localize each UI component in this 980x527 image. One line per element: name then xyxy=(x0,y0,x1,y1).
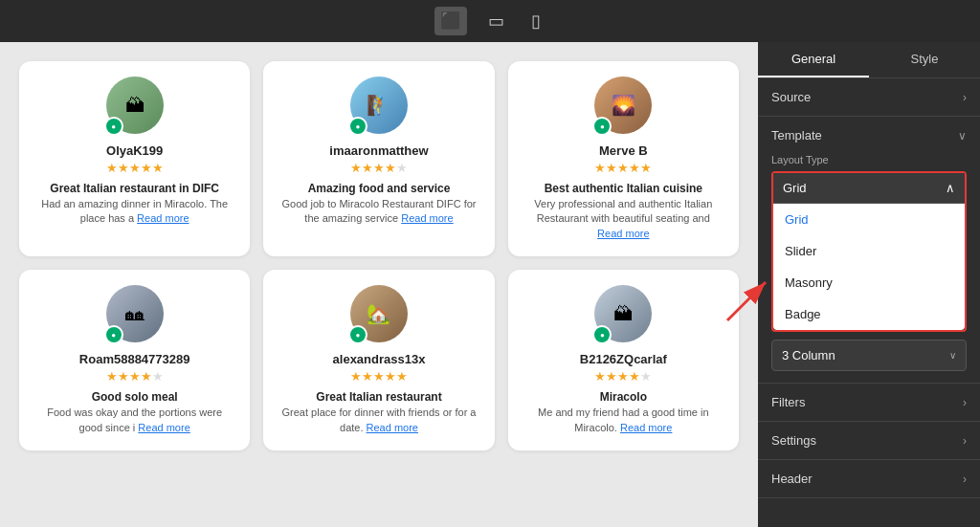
review-title: Great Italian restaurant xyxy=(316,390,441,404)
tripadvisor-badge: ● xyxy=(348,117,368,136)
filters-section: Filters › xyxy=(758,384,980,422)
tab-style[interactable]: Style xyxy=(869,42,980,77)
review-title: Great Italian restaurant in DIFC xyxy=(50,182,219,195)
star-filled-icon: ★ xyxy=(362,161,373,175)
star-filled-icon: ★ xyxy=(373,369,385,384)
read-more-link[interactable]: Read more xyxy=(597,228,649,239)
star-filled-icon: ★ xyxy=(129,369,141,384)
review-text: Had an amazing dinner in Miracolo. The p… xyxy=(34,197,234,227)
review-text: Great place for dinner with friends or f… xyxy=(278,406,479,435)
reviewer-name: imaaronmatthew xyxy=(329,143,428,158)
star-filled-icon: ★ xyxy=(629,161,640,175)
layout-type-label: Layout Type xyxy=(771,154,967,165)
template-label: Template xyxy=(771,128,822,143)
star-filled-icon: ★ xyxy=(594,161,606,175)
read-more-link[interactable]: Read more xyxy=(401,212,453,224)
column-selected-label: 3 Column xyxy=(782,348,835,362)
review-text: Me and my friend had a good time in Mira… xyxy=(523,406,724,435)
sidebar-tabs: General Style xyxy=(758,42,980,78)
canvas: 🏔 ● OlyaK199 ★★★★★ Great Italian restaur… xyxy=(0,42,758,527)
reviewer-name: B2126ZQcarlaf xyxy=(580,352,667,366)
settings-header[interactable]: Settings › xyxy=(758,422,980,459)
star-filled-icon: ★ xyxy=(617,161,629,175)
review-card: 🏔 ● B2126ZQcarlaf ★★★★★ Miracolo Me and … xyxy=(508,270,739,450)
template-body: Layout Type Grid ∧ Grid Slider Masonry B… xyxy=(758,154,980,383)
source-label: Source xyxy=(771,90,811,104)
filters-header[interactable]: Filters › xyxy=(758,384,980,421)
star-rating: ★★★★★ xyxy=(594,369,652,384)
review-card: 🏔 ● OlyaK199 ★★★★★ Great Italian restaur… xyxy=(19,61,250,256)
header-chevron-icon: › xyxy=(963,472,967,486)
settings-chevron-icon: › xyxy=(963,434,967,448)
reviewer-name: OlyaK199 xyxy=(106,143,163,158)
star-filled-icon: ★ xyxy=(350,161,362,175)
star-filled-icon: ★ xyxy=(141,161,152,175)
star-rating: ★★★★★ xyxy=(594,161,652,175)
avatar-wrap: 🏔 ● xyxy=(594,285,652,342)
star-filled-icon: ★ xyxy=(350,369,362,384)
top-bar: ⬛ ▭ ▯ xyxy=(0,0,980,42)
source-section: Source › xyxy=(758,78,980,117)
avatar-wrap: 🏡 ● xyxy=(350,285,408,342)
star-filled-icon: ★ xyxy=(118,161,129,175)
star-filled-icon: ★ xyxy=(594,369,606,384)
star-rating: ★★★★★ xyxy=(106,161,164,175)
desktop-icon[interactable]: ⬛ xyxy=(434,7,467,35)
star-half-icon: ★ xyxy=(629,369,640,384)
source-header[interactable]: Source › xyxy=(758,78,980,116)
option-slider[interactable]: Slider xyxy=(773,235,965,267)
option-badge[interactable]: Badge xyxy=(773,298,965,330)
option-grid[interactable]: Grid xyxy=(773,204,965,235)
review-title: Best authentic Italian cuisine xyxy=(545,182,702,195)
review-card: 🧗 ● imaaronmatthew ★★★★★ Amazing food an… xyxy=(263,61,494,256)
reviewer-name: Merve B xyxy=(599,143,648,158)
star-filled-icon: ★ xyxy=(396,369,408,384)
filters-chevron-icon: › xyxy=(963,396,967,409)
template-header[interactable]: Template ∨ xyxy=(758,117,980,154)
star-filled-icon: ★ xyxy=(118,369,129,384)
star-filled-icon: ★ xyxy=(373,161,385,175)
star-filled-icon: ★ xyxy=(606,369,617,384)
column-dropdown[interactable]: 3 Column ∨ xyxy=(771,340,967,371)
column-chevron-icon: ∨ xyxy=(949,350,956,361)
star-filled-icon: ★ xyxy=(617,369,629,384)
read-more-link[interactable]: Read more xyxy=(367,422,418,433)
read-more-link[interactable]: Read more xyxy=(138,422,189,433)
star-filled-icon: ★ xyxy=(385,161,396,175)
star-rating: ★★★★★ xyxy=(350,161,408,175)
star-filled-icon: ★ xyxy=(606,161,617,175)
avatar-wrap: 🏘 ● xyxy=(106,285,164,342)
dropdown-options-list: Grid Slider Masonry Badge xyxy=(773,204,965,330)
review-text: Food was okay and the portions were good… xyxy=(34,406,234,435)
template-section: Template ∨ Layout Type Grid ∧ Grid Slide… xyxy=(758,117,980,384)
star-filled-icon: ★ xyxy=(640,161,652,175)
dropdown-selected-value[interactable]: Grid ∧ xyxy=(773,173,965,204)
review-title: Miracolo xyxy=(600,390,647,404)
header-section-header[interactable]: Header › xyxy=(758,460,980,497)
star-filled-icon: ★ xyxy=(106,369,118,384)
tablet-icon[interactable]: ▭ xyxy=(482,7,510,35)
settings-section: Settings › xyxy=(758,422,980,460)
read-more-link[interactable]: Read more xyxy=(137,212,189,224)
tab-general[interactable]: General xyxy=(758,42,869,77)
tripadvisor-badge: ● xyxy=(592,117,612,136)
avatar-wrap: 🏔 ● xyxy=(106,77,164,134)
header-label: Header xyxy=(771,472,813,486)
read-more-link[interactable]: Read more xyxy=(620,422,672,433)
reviewer-name: alexandrass13x xyxy=(333,352,426,366)
main-content: 🏔 ● OlyaK199 ★★★★★ Great Italian restaur… xyxy=(0,42,980,527)
tripadvisor-badge: ● xyxy=(592,325,612,344)
sidebar: General Style Source › Template ∨ Layout… xyxy=(758,42,980,527)
review-title: Amazing food and service xyxy=(308,182,451,195)
review-title: Good solo meal xyxy=(92,390,178,404)
tripadvisor-badge: ● xyxy=(348,325,368,344)
option-masonry[interactable]: Masonry xyxy=(773,267,965,298)
template-chevron-icon: ∨ xyxy=(958,129,967,143)
star-filled-icon: ★ xyxy=(152,161,164,175)
star-empty-icon: ★ xyxy=(152,369,164,384)
reviews-grid: 🏔 ● OlyaK199 ★★★★★ Great Italian restaur… xyxy=(19,61,739,450)
layout-type-dropdown[interactable]: Grid ∧ Grid Slider Masonry Badge xyxy=(771,171,967,332)
mobile-icon[interactable]: ▯ xyxy=(525,7,546,35)
review-card: 🏡 ● alexandrass13x ★★★★★ Great Italian r… xyxy=(263,270,494,450)
star-rating: ★★★★★ xyxy=(350,369,408,384)
